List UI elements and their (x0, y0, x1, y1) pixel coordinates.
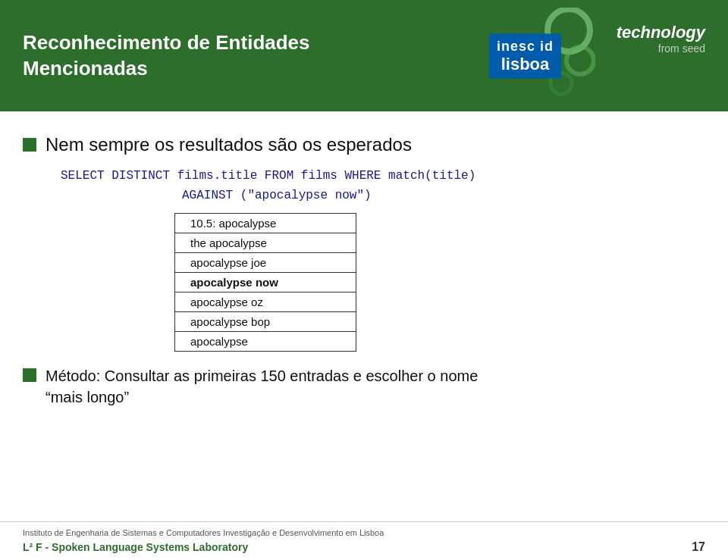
sql-block: SELECT DISTINCT films.title FROM films W… (61, 167, 705, 205)
table-cell-4: apocalypse oz (175, 293, 356, 312)
bottom-text-line1: Método: Consultar as primeiras 150 entra… (46, 368, 478, 384)
bottom-section: Método: Consultar as primeiras 150 entra… (23, 365, 705, 408)
header-title: Reconhecimento de Entidades Mencionadas (23, 30, 310, 82)
technology-text: technology (617, 23, 705, 42)
bottom-text: Método: Consultar as primeiras 150 entra… (46, 365, 478, 408)
footer-lab-name: L² F - Spoken Language Systems Laborator… (23, 541, 248, 553)
table-header-cell: 10.5: apocalypse (175, 214, 356, 233)
bottom-text-line2: “mais longo” (46, 389, 129, 405)
main-content: Nem sempre os resultados são os esperado… (0, 111, 728, 415)
footer-page-number: 17 (692, 540, 705, 554)
table-cell-1: the apocalypse (175, 233, 356, 253)
inesc-lisboa-text: lisboa (501, 54, 550, 74)
header-title-line1: Reconhecimento de Entidades (23, 31, 310, 54)
table-cell-2: apocalypse joe (175, 253, 356, 273)
table-row: apocalypse oz (175, 293, 356, 312)
header: Reconhecimento de Entidades Mencionadas … (0, 0, 728, 111)
table-row: apocalypse bop (175, 312, 356, 332)
results-table: 10.5: apocalypse the apocalypse apocalyp… (174, 213, 356, 352)
footer-institute: Instituto de Engenharia de Sistemas e Co… (23, 528, 705, 537)
bottom-bullet-icon (23, 368, 36, 382)
table-cell-3: apocalypse now (175, 273, 356, 293)
inesc-logo-box: inesc id lisboa (489, 33, 561, 78)
table-row-header: 10.5: apocalypse (175, 214, 356, 233)
header-title-line2: Mencionadas (23, 57, 148, 80)
table-row: apocalypse (175, 332, 356, 352)
sql-line1: SELECT DISTINCT films.title FROM films W… (61, 167, 705, 186)
table-row: apocalypse joe (175, 253, 356, 273)
results-table-wrapper: 10.5: apocalypse the apocalypse apocalyp… (174, 213, 705, 352)
table-cell-6: apocalypse (175, 332, 356, 352)
inesc-id-text: inesc id (497, 38, 554, 54)
footer-lab: L² F - Spoken Language Systems Laborator… (23, 540, 705, 554)
table-cell-5: apocalypse bop (175, 312, 356, 332)
inesc-logo: inesc id lisboa (489, 33, 561, 78)
footer: Instituto de Engenharia de Sistemas e Co… (0, 521, 728, 560)
fromseed-text: from seed (617, 42, 705, 55)
tech-brand: technology from seed (617, 23, 705, 55)
table-row: the apocalypse (175, 233, 356, 253)
section-heading-text: Nem sempre os resultados são os esperado… (46, 134, 412, 155)
sql-line2: AGAINST ("apocalypse now") (61, 186, 705, 206)
table-row: apocalypse now (175, 273, 356, 293)
section-heading: Nem sempre os resultados são os esperado… (23, 134, 705, 155)
section-bullet-icon (23, 138, 36, 152)
